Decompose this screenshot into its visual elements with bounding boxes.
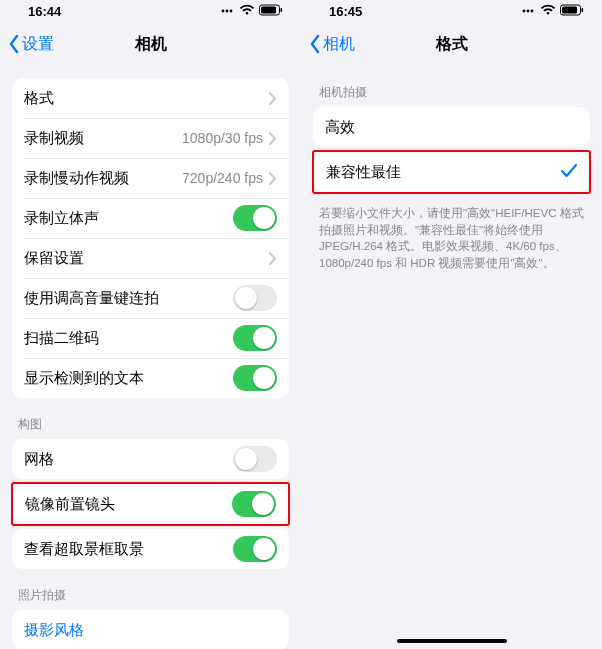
row-label: 显示检测到的文本 <box>24 369 233 388</box>
row-stereo[interactable]: 录制立体声 <box>12 198 289 238</box>
row-label: 录制立体声 <box>24 209 233 228</box>
row-record-video[interactable]: 录制视频 1080p/30 fps <box>12 118 289 158</box>
switch-view-outside-frame[interactable] <box>233 536 277 562</box>
svg-rect-5 <box>281 8 283 12</box>
back-label: 设置 <box>22 34 54 55</box>
content: 相机拍摄 高效 兼容性最佳 若要缩小文件大小，请使用"高效"HEIF/HEVC … <box>301 66 602 649</box>
back-button[interactable]: 设置 <box>8 34 54 55</box>
svg-point-0 <box>222 9 225 12</box>
group-capture: 摄影风格 <box>12 610 289 649</box>
row-label: 网格 <box>24 450 233 469</box>
switch-volume-burst[interactable] <box>233 285 277 311</box>
row-preserve[interactable]: 保留设置 <box>12 238 289 278</box>
status-bar: 16:45 <box>301 0 602 22</box>
home-indicator[interactable] <box>397 639 507 643</box>
svg-rect-10 <box>562 6 577 13</box>
svg-point-1 <box>226 9 229 12</box>
chevron-left-icon <box>8 34 20 54</box>
row-grid[interactable]: 网格 <box>12 439 289 479</box>
phone-camera-settings: 16:44 设置 相机 格式 <box>0 0 301 649</box>
group-main: 格式 录制视频 1080p/30 fps 录制慢动作视频 720p/240 fp… <box>12 78 289 398</box>
section-header-composition: 构图 <box>12 398 289 439</box>
status-icons <box>522 4 584 19</box>
chevron-left-icon <box>309 34 321 54</box>
switch-stereo[interactable] <box>233 205 277 231</box>
row-photo-styles[interactable]: 摄影风格 <box>12 610 289 649</box>
switch-scan-qr[interactable] <box>233 325 277 351</box>
row-label: 镜像前置镜头 <box>25 495 232 514</box>
chevron-right-icon <box>269 132 277 145</box>
battery-icon <box>259 4 283 19</box>
wifi-icon <box>239 4 255 19</box>
footer-format: 若要缩小文件大小，请使用"高效"HEIF/HEVC 格式拍摄照片和视频。"兼容性… <box>313 197 590 272</box>
checkmark-icon <box>561 164 577 181</box>
svg-point-7 <box>527 9 530 12</box>
section-header-capture: 相机拍摄 <box>313 66 590 107</box>
group-format-options: 高效 <box>313 107 590 147</box>
group-composition-2: 查看超取景框取景 <box>12 529 289 569</box>
row-record-slomo[interactable]: 录制慢动作视频 720p/240 fps <box>12 158 289 198</box>
row-label: 摄影风格 <box>24 621 277 640</box>
status-time: 16:44 <box>28 4 61 19</box>
chevron-right-icon <box>269 172 277 185</box>
status-icons <box>221 4 283 19</box>
highlight-most-compatible: 兼容性最佳 <box>312 150 591 194</box>
dots-icon <box>221 4 235 19</box>
back-button[interactable]: 相机 <box>309 34 355 55</box>
svg-point-6 <box>523 9 526 12</box>
row-detail: 720p/240 fps <box>182 170 263 186</box>
row-label: 使用调高音量键连拍 <box>24 289 233 308</box>
row-label: 录制慢动作视频 <box>24 169 182 188</box>
battery-icon <box>560 4 584 19</box>
row-label: 保留设置 <box>24 249 269 268</box>
row-label: 高效 <box>325 118 578 137</box>
row-view-outside-frame[interactable]: 查看超取景框取景 <box>12 529 289 569</box>
section-header-capture: 照片拍摄 <box>12 569 289 610</box>
row-label: 格式 <box>24 89 269 108</box>
svg-rect-4 <box>261 6 276 13</box>
content: 格式 录制视频 1080p/30 fps 录制慢动作视频 720p/240 fp… <box>0 66 301 649</box>
status-time: 16:45 <box>329 4 362 19</box>
switch-detect-text[interactable] <box>233 365 277 391</box>
back-label: 相机 <box>323 34 355 55</box>
row-most-compatible[interactable]: 兼容性最佳 <box>314 152 589 192</box>
svg-rect-11 <box>582 8 584 12</box>
chevron-right-icon <box>269 92 277 105</box>
highlight-mirror-front: 镜像前置镜头 <box>11 482 290 526</box>
row-label: 录制视频 <box>24 129 182 148</box>
row-detect-text[interactable]: 显示检测到的文本 <box>12 358 289 398</box>
svg-point-8 <box>531 9 534 12</box>
row-formats[interactable]: 格式 <box>12 78 289 118</box>
row-label: 兼容性最佳 <box>326 163 561 182</box>
row-high-efficiency[interactable]: 高效 <box>313 107 590 147</box>
group-composition: 网格 <box>12 439 289 479</box>
phone-formats: 16:45 相机 格式 相机拍摄 高效 <box>301 0 602 649</box>
svg-point-2 <box>230 9 233 12</box>
row-detail: 1080p/30 fps <box>182 130 263 146</box>
row-label: 扫描二维码 <box>24 329 233 348</box>
nav-bar: 设置 相机 <box>0 22 301 66</box>
row-label: 查看超取景框取景 <box>24 540 233 559</box>
row-scan-qr[interactable]: 扫描二维码 <box>12 318 289 358</box>
row-volume-burst[interactable]: 使用调高音量键连拍 <box>12 278 289 318</box>
status-bar: 16:44 <box>0 0 301 22</box>
switch-grid[interactable] <box>233 446 277 472</box>
nav-bar: 相机 格式 <box>301 22 602 66</box>
switch-mirror-front[interactable] <box>232 491 276 517</box>
row-mirror-front[interactable]: 镜像前置镜头 <box>13 484 288 524</box>
chevron-right-icon <box>269 252 277 265</box>
dots-icon <box>522 4 536 19</box>
wifi-icon <box>540 4 556 19</box>
